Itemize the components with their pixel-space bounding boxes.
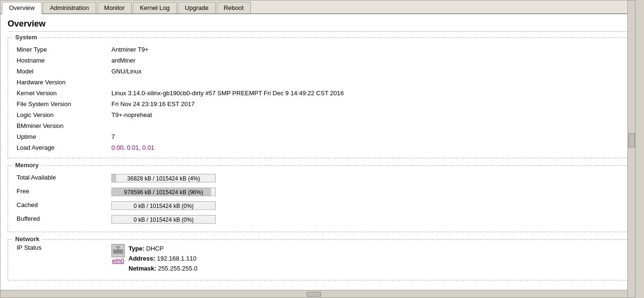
system-row-value (108, 77, 623, 88)
memory-row: Total Available36828 kB / 1015424 kB (4%… (13, 172, 623, 186)
ip-status-row: IP Status (13, 242, 623, 275)
tab-bar: Overview Administration Monitor Kernel L… (0, 0, 635, 14)
system-row: Hardware Version (13, 77, 623, 88)
tab-administration[interactable]: Administration (43, 2, 96, 13)
system-row: Logic VersionT9+-nopreheat (13, 109, 623, 120)
system-info-table: Miner TypeAntminer T9+HostnameantMinerMo… (13, 44, 623, 153)
scrollbar-thumb[interactable] (628, 133, 635, 147)
memory-progress-label: 0 kB / 1015424 kB (0%) (112, 202, 215, 210)
system-row: HostnameantMiner (13, 55, 623, 66)
system-row: Kernel VersionLinux 3.14.0-xilinx-gb190c… (13, 88, 623, 99)
memory-progress-bar: 0 kB / 1015424 kB (0%) (111, 201, 216, 210)
tab-monitor[interactable]: Monitor (97, 2, 132, 13)
system-row-label: Uptime (13, 131, 108, 142)
system-row-label: File System Version (13, 99, 108, 109)
system-row-value (108, 120, 623, 131)
memory-progress-bar: 0 kB / 1015424 kB (0%) (111, 215, 216, 224)
ip-status-label: IP Status (17, 244, 111, 251)
system-row-value: Fri Nov 24 23:19:16 EST 2017 (108, 99, 623, 109)
tab-upgrade[interactable]: Upgrade (178, 2, 216, 13)
system-row: BMminer Version (13, 120, 623, 131)
memory-row-value: 0 kB / 1015424 kB (0%) (108, 213, 623, 227)
memory-progress-label: 0 kB / 1015424 kB (0%) (112, 216, 215, 224)
ip-netmask: Netmask: 255.255.255.0 (129, 264, 197, 274)
system-row: Miner TypeAntminer T9+ (13, 44, 623, 55)
system-row-label: Hostname (13, 55, 108, 66)
network-section: Network IP Status (8, 239, 628, 280)
memory-progress-label: 978596 kB / 1015424 kB (96%) (112, 188, 215, 197)
memory-row-label: Cached (13, 199, 108, 213)
memory-row: Buffered0 kB / 1015424 kB (0%) (13, 213, 623, 227)
memory-row-label: Buffered (13, 213, 108, 227)
tab-reboot[interactable]: Reboot (217, 2, 251, 13)
system-row-label: Load Average (13, 142, 108, 153)
memory-row-value: 0 kB / 1015424 kB (0%) (108, 199, 623, 213)
memory-row: Cached0 kB / 1015424 kB (0%) (13, 199, 623, 213)
system-row-label: Miner Type (13, 44, 108, 55)
ip-address: Address: 192.168.1.110 (129, 254, 197, 264)
ip-status-content: eth0 Type: DHCP Address: 192.168.1.110 N… (111, 244, 197, 273)
memory-row-value: 978596 kB / 1015424 kB (96%) (108, 186, 623, 199)
memory-info-table: Total Available36828 kB / 1015424 kB (4%… (13, 172, 623, 227)
system-row-value: GNU/Linux (108, 66, 623, 77)
system-row: Uptime7 (13, 131, 623, 142)
system-row: Load Average0.00, 0.01, 0.01 (13, 142, 623, 153)
system-section: System Miner TypeAntminer T9+Hostnameant… (8, 37, 628, 158)
memory-row-label: Free (13, 186, 108, 199)
system-section-legend: System (13, 34, 39, 41)
scrollbar-right[interactable] (627, 0, 635, 298)
memory-progress-bar: 36828 kB / 1015424 kB (4%) (111, 174, 216, 182)
system-row: ModelGNU/Linux (13, 66, 623, 77)
memory-section: Memory Total Available36828 kB / 1015424… (8, 165, 628, 232)
system-row-label: Hardware Version (13, 77, 108, 88)
page-title: Overview (8, 19, 628, 32)
memory-section-legend: Memory (13, 162, 41, 169)
memory-row: Free978596 kB / 1015424 kB (96%) (13, 186, 623, 199)
tab-kernel-log[interactable]: Kernel Log (133, 2, 177, 13)
eth-link[interactable]: eth0 (112, 257, 124, 264)
scrollbar-bottom[interactable] (0, 290, 627, 298)
system-row-value: Antminer T9+ (108, 44, 623, 55)
system-row-value: Linux 3.14.0-xilinx-gb190cb0-dirty #57 S… (108, 88, 623, 99)
svg-rect-2 (116, 251, 118, 253)
page-content: Overview System Miner TypeAntminer T9+Ho… (0, 14, 635, 292)
system-row-value: 0.00, 0.01, 0.01 (108, 142, 623, 153)
ip-type: Type: DHCP (129, 244, 197, 254)
svg-rect-6 (117, 246, 120, 248)
svg-rect-3 (118, 251, 120, 253)
network-section-legend: Network (13, 235, 42, 243)
scrollbar-bottom-thumb[interactable] (307, 292, 321, 297)
memory-progress-label: 36828 kB / 1015424 kB (4%) (112, 174, 215, 183)
system-row-label: Model (13, 66, 108, 77)
memory-row-value: 36828 kB / 1015424 kB (4%) (108, 172, 623, 186)
system-row: File System VersionFri Nov 24 23:19:16 E… (13, 99, 623, 109)
eth-details: Type: DHCP Address: 192.168.1.110 Netmas… (129, 244, 197, 273)
system-row-value: 7 (108, 131, 623, 142)
main-window: Overview Administration Monitor Kernel L… (0, 0, 635, 298)
tab-overview[interactable]: Overview (2, 2, 42, 14)
network-icon (111, 244, 125, 257)
svg-rect-1 (114, 251, 116, 253)
svg-rect-4 (120, 251, 121, 253)
system-row-label: Logic Version (13, 109, 108, 120)
system-row-label: Kernel Version (13, 88, 108, 99)
memory-progress-bar: 978596 kB / 1015424 kB (96%) (111, 188, 216, 196)
system-row-label: BMminer Version (13, 120, 108, 131)
system-row-value: antMiner (108, 55, 623, 66)
system-row-value: T9+-nopreheat (108, 109, 623, 120)
memory-row-label: Total Available (13, 172, 108, 186)
